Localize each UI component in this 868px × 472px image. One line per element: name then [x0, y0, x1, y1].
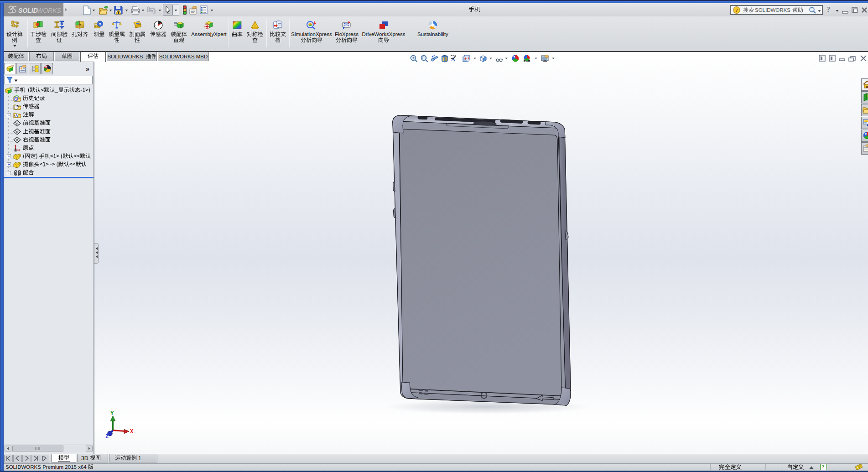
svg-text:WORKS: WORKS [37, 7, 62, 14]
svg-text:SOLID: SOLID [18, 7, 38, 14]
svg-text:X: X [130, 429, 134, 435]
svg-text:A: A [15, 113, 18, 118]
svg-text:Z: Z [105, 434, 109, 439]
svg-text:Y: Y [110, 410, 114, 417]
svg-text:?: ? [735, 7, 738, 13]
